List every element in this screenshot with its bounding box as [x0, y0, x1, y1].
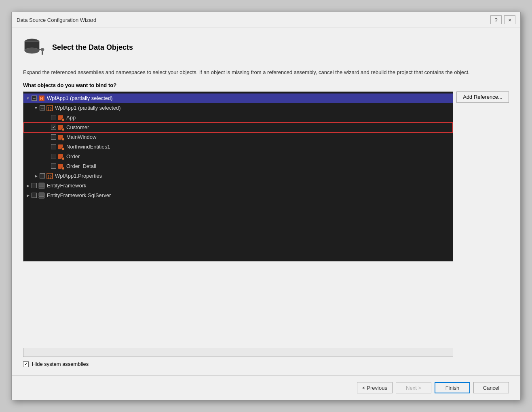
expand-arrow-n10[interactable]: ▶	[25, 183, 31, 189]
cancel-button[interactable]: Cancel	[473, 382, 509, 393]
class-icon-n5	[57, 134, 65, 141]
tree-node-wpfapp1-properties[interactable]: ▶ { } WpfApp1.Properties	[23, 171, 453, 181]
dialog-title: Data Source Configuration Wizard	[17, 17, 96, 23]
checkbox-n10[interactable]	[32, 183, 37, 188]
class-icon-n3	[57, 114, 65, 121]
dialog: Data Source Configuration Wizard ? ×	[11, 12, 521, 400]
help-button[interactable]: ?	[490, 15, 502, 24]
checkbox-n8[interactable]	[51, 164, 56, 169]
tree-node-app[interactable]: App	[23, 113, 453, 123]
previous-button[interactable]: < Previous	[357, 382, 393, 393]
add-reference-button[interactable]: Add Reference...	[456, 91, 509, 103]
expand-arrow-n9[interactable]: ▶	[33, 173, 39, 179]
tree-node-label-n7: Order	[66, 153, 80, 159]
expand-arrow-n11[interactable]: ▶	[25, 193, 31, 198]
next-button[interactable]: Next >	[396, 382, 431, 393]
tree-node-label-n6: NorthwindEntities1	[66, 144, 110, 150]
namespace-icon-n2: { }	[46, 104, 53, 112]
horizontal-scrollbar[interactable]	[23, 348, 453, 357]
class-icon-n4	[57, 124, 65, 131]
checkbox-n2[interactable]: ─	[40, 105, 45, 110]
svg-point-19	[62, 147, 65, 150]
tree-node-label-n3: App	[66, 115, 76, 121]
svg-rect-26	[39, 183, 44, 187]
finish-button[interactable]: Finish	[435, 382, 470, 393]
class-icon-n6	[57, 143, 65, 151]
svg-rect-27	[39, 187, 44, 189]
tree-node-label-n9: WpfApp1.Properties	[55, 173, 102, 179]
svg-point-17	[62, 138, 65, 140]
tree-node-order[interactable]: Order	[23, 152, 453, 161]
tree-section-label: What objects do you want to bind to?	[23, 82, 509, 88]
tree-node-entityframework[interactable]: ▶ EntityFramework	[23, 181, 453, 191]
svg-point-2	[25, 48, 39, 53]
svg-rect-28	[39, 193, 44, 197]
tree-node-northwind[interactable]: NorthwindEntities1	[23, 142, 453, 152]
svg-rect-5	[42, 51, 43, 55]
tree-node-label-n1: WpfApp1 (partially selected)	[47, 95, 113, 101]
expand-arrow-n1[interactable]: ▼	[25, 96, 31, 101]
tree-node-label-n2: WpfApp1 (partially selected)	[55, 105, 121, 111]
svg-rect-29	[39, 197, 44, 198]
svg-text:{ }: { }	[48, 106, 52, 110]
class-icon-n8	[57, 163, 65, 170]
title-bar: Data Source Configuration Wizard ? ×	[12, 12, 520, 28]
title-bar-buttons: ? ×	[490, 15, 515, 24]
namespace-icon-n9: { }	[46, 172, 53, 180]
dialog-body: Select the Data Objects Expand the refer…	[12, 28, 520, 375]
checkbox-n11[interactable]	[32, 193, 37, 198]
close-button[interactable]: ×	[504, 15, 515, 24]
assembly-icon-n11	[38, 192, 45, 199]
tree-node-order-detail[interactable]: Order_Detail	[23, 161, 453, 171]
footer: < Previous Next > Finish Cancel	[12, 375, 520, 400]
assembly-icon-n1	[38, 95, 45, 102]
checkbox-n4[interactable]: ✓	[51, 125, 56, 130]
class-icon-n7	[57, 153, 65, 160]
checkbox-n1[interactable]: ─	[32, 96, 37, 101]
svg-point-15	[62, 128, 65, 131]
svg-text:{ }: { }	[48, 174, 52, 178]
tree-node-label-n10: EntityFramework	[47, 183, 87, 189]
svg-point-13	[62, 118, 65, 121]
description-text: Expand the referenced assemblies and nam…	[23, 68, 509, 76]
tree-node-label-n4: Customer	[66, 124, 89, 130]
tree-node-label-n5: MainWindow	[66, 134, 96, 140]
tree-container: ▼ ─ WpfApp1 (partially selected) ▼	[23, 91, 509, 348]
tree-node-wpfapp1-root[interactable]: ▼ ─ WpfApp1 (partially selected)	[23, 93, 453, 103]
header-title: Select the Data Objects	[52, 43, 133, 52]
svg-point-21	[62, 157, 65, 160]
assembly-icon-n10	[38, 182, 45, 189]
svg-point-23	[62, 167, 65, 170]
header-section: Select the Data Objects	[23, 36, 509, 59]
tree-node-wpfapp1-ns[interactable]: ▼ ─ { } WpfApp1 (partially selected)	[23, 103, 453, 113]
tree-node-entityframework-sqlserver[interactable]: ▶ EntityFramework.SqlServer	[23, 191, 453, 200]
svg-point-4	[41, 48, 44, 51]
checkbox-n7[interactable]	[51, 154, 56, 159]
hide-assemblies-row: ✓ Hide system assemblies	[23, 361, 509, 367]
checkbox-n6[interactable]	[51, 144, 56, 149]
hide-assemblies-label: Hide system assemblies	[32, 361, 89, 367]
tree-panel[interactable]: ▼ ─ WpfApp1 (partially selected) ▼	[23, 91, 453, 261]
tree-node-mainwindow[interactable]: MainWindow	[23, 132, 453, 142]
tree-node-customer[interactable]: ✓ Customer	[23, 123, 453, 132]
checkbox-n3[interactable]	[51, 115, 56, 120]
svg-rect-9	[40, 98, 43, 99]
database-icon	[23, 36, 46, 59]
expand-arrow-n2[interactable]: ▼	[33, 105, 39, 111]
checkbox-n9[interactable]	[40, 173, 45, 178]
checkbox-n5[interactable]	[51, 134, 56, 140]
tree-node-label-n8: Order_Detail	[66, 163, 96, 169]
tree-node-label-n11: EntityFramework.SqlServer	[47, 192, 111, 198]
hide-assemblies-checkbox[interactable]: ✓	[23, 361, 29, 367]
